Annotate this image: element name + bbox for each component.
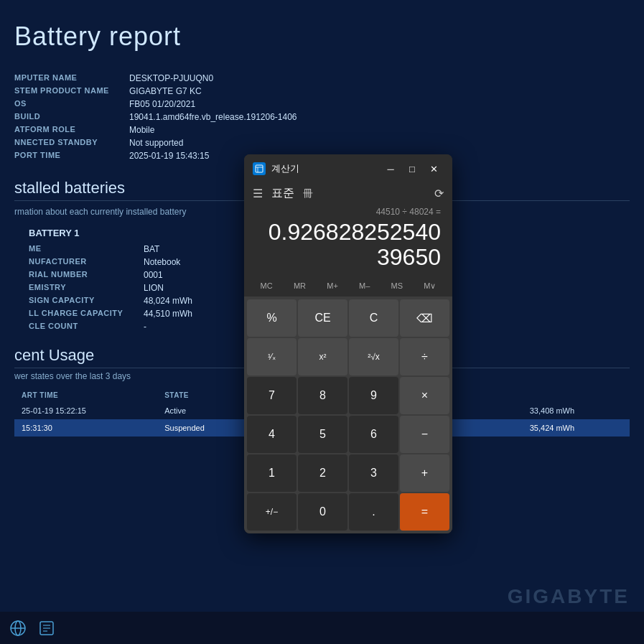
calc-mode-label: 표준 — [271, 186, 294, 201]
field-label: LL CHARGE CAPACITY — [29, 309, 144, 319]
info-row: ATFORM ROLE Mobile — [14, 125, 630, 135]
field-value: 44,510 mWh — [144, 309, 192, 319]
clear-button[interactable]: C — [349, 299, 398, 337]
svg-rect-0 — [256, 165, 263, 172]
five-button[interactable]: 5 — [298, 416, 347, 453]
field-value: DESKTOP-PJUUQN0 — [129, 73, 213, 83]
field-label: BUILD — [14, 112, 129, 122]
negate-button[interactable]: +/− — [247, 493, 297, 531]
reciprocal-button[interactable]: ¹⁄ₓ — [247, 338, 297, 375]
field-value: 48,024 mWh — [144, 296, 192, 306]
percent-button[interactable]: % — [247, 299, 297, 337]
mem-mc-button[interactable]: MC — [256, 279, 277, 294]
mem-ms-button[interactable]: MS — [387, 279, 408, 294]
calculator-window: 계산기 ─ □ ✕ ☰ 표준 冊 ⟳ 44510 ÷ 48024 = 0.926… — [244, 154, 452, 533]
hamburger-icon[interactable]: ☰ — [253, 187, 263, 200]
calculator-app-icon — [253, 162, 266, 175]
mode-icon: 冊 — [303, 187, 313, 200]
backspace-button[interactable]: ⌫ — [400, 299, 449, 337]
calc-title-left: 계산기 — [253, 162, 299, 175]
calc-result: 0.92682825254039650 — [256, 220, 441, 270]
field-label: MPUTER NAME — [14, 73, 129, 83]
calc-title-text: 계산기 — [271, 162, 299, 175]
mem-mr-button[interactable]: MR — [289, 279, 310, 294]
calc-toolbar: ☰ 표준 冊 ⟳ — [244, 183, 452, 207]
calc-titlebar: 계산기 ─ □ ✕ — [244, 154, 452, 183]
field-value: 2025-01-19 15:43:15 — [129, 151, 209, 161]
mem-mplus-button[interactable]: M+ — [322, 279, 342, 294]
field-label: NUFACTURER — [29, 257, 144, 267]
field-value: Notebook — [144, 257, 180, 267]
one-button[interactable]: 1 — [247, 454, 297, 492]
mem-mminus-button[interactable]: M– — [355, 279, 374, 294]
field-label: PORT TIME — [14, 151, 129, 161]
field-value: Mobile — [129, 125, 154, 135]
nine-button[interactable]: 9 — [349, 377, 398, 414]
col-header-state: STATE — [157, 388, 256, 402]
seven-button[interactable]: 7 — [247, 377, 297, 414]
close-button[interactable]: ✕ — [424, 160, 444, 177]
taskbar-file-icon[interactable] — [34, 615, 60, 641]
minimize-button[interactable]: ─ — [381, 160, 401, 177]
field-value: LION — [144, 283, 164, 293]
subtract-button[interactable]: − — [400, 416, 449, 453]
info-row: STEM PRODUCT NAME GIGABYTE G7 KC — [14, 86, 630, 96]
info-row: BUILD 19041.1.amd64fre.vb_release.191206… — [14, 112, 630, 122]
field-label: ME — [29, 244, 144, 254]
system-info-table: MPUTER NAME DESKTOP-PJUUQN0 STEM PRODUCT… — [14, 73, 630, 161]
cell-state: Suspended — [157, 419, 256, 437]
two-button[interactable]: 2 — [298, 454, 347, 492]
divide-button[interactable]: ÷ — [400, 338, 449, 375]
field-label: OS — [14, 99, 129, 109]
field-label: ATFORM ROLE — [14, 125, 129, 135]
six-button[interactable]: 6 — [349, 416, 398, 453]
history-icon[interactable]: ⟳ — [434, 187, 444, 200]
taskbar-browser-icon[interactable] — [5, 615, 31, 641]
square-button[interactable]: x² — [298, 338, 347, 375]
cell-state: Active — [157, 402, 256, 419]
cell-capacity-mwh: 33,408 mWh — [523, 402, 630, 419]
equals-button[interactable]: = — [400, 493, 449, 531]
field-value: Not supported — [129, 138, 183, 148]
zero-button[interactable]: 0 — [298, 493, 347, 531]
col-header-capacity-mwh — [523, 388, 630, 402]
cell-start-time: 15:31:30 — [14, 419, 157, 437]
calc-title-buttons: ─ □ ✕ — [381, 160, 444, 177]
info-row: NNECTED STANDBY Not supported — [14, 138, 630, 148]
calc-buttons-grid: % CE C ⌫ ¹⁄ₓ x² ²√x ÷ 7 8 9 × 4 5 6 − 1 … — [244, 297, 452, 533]
decimal-button[interactable]: . — [349, 493, 398, 531]
field-label: EMISTRY — [29, 283, 144, 293]
sqrt-button[interactable]: ²√x — [349, 338, 398, 375]
field-value: BAT — [144, 244, 159, 254]
maximize-button[interactable]: □ — [402, 160, 422, 177]
calc-memory-row: MC MR M+ M– MS M∨ — [244, 276, 452, 297]
field-value: 0001 — [144, 270, 163, 280]
cell-capacity-mwh: 35,424 mWh — [523, 419, 630, 437]
report-title: Battery report — [14, 22, 630, 52]
gigabyte-watermark: GIGABYTE — [508, 585, 630, 608]
field-value: - — [144, 322, 146, 332]
multiply-button[interactable]: × — [400, 377, 449, 414]
add-button[interactable]: + — [400, 454, 449, 492]
cell-start-time: 25-01-19 15:22:15 — [14, 402, 157, 419]
eight-button[interactable]: 8 — [298, 377, 347, 414]
ce-button[interactable]: CE — [298, 299, 347, 337]
calc-expression: 44510 ÷ 48024 = — [256, 207, 441, 217]
four-button[interactable]: 4 — [247, 416, 297, 453]
field-value: FB05 01/20/2021 — [129, 99, 195, 109]
info-row: OS FB05 01/20/2021 — [14, 99, 630, 109]
calc-toolbar-left: ☰ 표준 冊 — [253, 186, 313, 201]
col-header-start: ART TIME — [14, 388, 157, 402]
info-row: MPUTER NAME DESKTOP-PJUUQN0 — [14, 73, 630, 83]
taskbar — [0, 612, 644, 644]
field-label: RIAL NUMBER — [29, 270, 144, 280]
field-label: SIGN CAPACITY — [29, 296, 144, 306]
field-label: NNECTED STANDBY — [14, 138, 129, 148]
three-button[interactable]: 3 — [349, 454, 398, 492]
calc-display: 44510 ÷ 48024 = 0.92682825254039650 — [244, 207, 452, 276]
mem-mv-button[interactable]: M∨ — [419, 279, 440, 294]
field-value: 19041.1.amd64fre.vb_release.191206-1406 — [129, 112, 297, 122]
field-label: STEM PRODUCT NAME — [14, 86, 129, 96]
field-label: CLE COUNT — [29, 322, 144, 332]
field-value: GIGABYTE G7 KC — [129, 86, 202, 96]
